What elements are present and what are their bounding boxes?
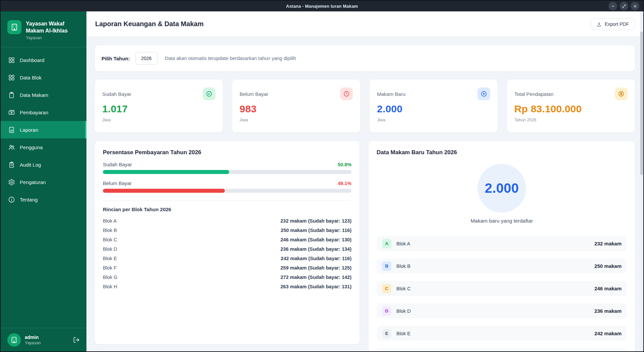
building-icon xyxy=(10,336,18,344)
blok-row: Blok C 246 makam (Sudah bayar: 130) xyxy=(103,235,351,244)
progress-row-sudah-bayar: Sudah Bayar 50.8% xyxy=(103,162,351,174)
progress-fill xyxy=(103,189,225,193)
sidebar-item-data-makam[interactable]: Data Makam xyxy=(1,86,86,104)
document-chart-icon xyxy=(8,126,15,133)
grave-row-partial xyxy=(377,348,627,351)
export-pdf-button[interactable]: Export PDF xyxy=(591,18,635,30)
sidebar-item-tentang[interactable]: Tentang xyxy=(1,191,86,208)
gear-icon xyxy=(8,179,15,186)
stat-card-makam-baru: Makam Baru 2.000 Jiwa xyxy=(369,79,498,133)
total-subtitle: Makam baru yang terdaftar xyxy=(470,218,533,224)
user-info: admin Yayasan xyxy=(25,335,41,345)
sidebar-user: admin Yayasan xyxy=(1,328,86,351)
blok-label: Blok E xyxy=(103,256,117,261)
grave-label: Blok C xyxy=(396,286,411,291)
logout-button[interactable] xyxy=(73,337,80,343)
download-icon xyxy=(596,21,602,27)
grave-value: 232 makam xyxy=(594,241,622,246)
year-select-value: 2026 xyxy=(141,56,151,61)
sidebar-item-audit-log[interactable]: Audit Log xyxy=(1,156,86,173)
stat-value: 983 xyxy=(240,103,353,115)
sidebar-item-pembayaran[interactable]: Pembayaran xyxy=(1,104,86,121)
progress-row-belum-bayar: Belum Bayar 49.1% xyxy=(103,180,351,193)
sidebar-nav: Dashboard Data Blok Data Makam Pembayara… xyxy=(1,47,86,328)
restore-button[interactable] xyxy=(620,2,628,10)
blok-row: Blok A 232 makam (Sudah bayar: 123) xyxy=(103,216,351,226)
report-panels: Persentase Pembayaran Tahun 2026 Sudah B… xyxy=(94,141,635,351)
progress-track xyxy=(103,189,351,193)
minimize-button[interactable] xyxy=(608,2,617,10)
grave-value: 236 makam xyxy=(594,308,622,314)
scrollbar-track xyxy=(640,11,643,351)
stat-sub: Jiwa xyxy=(102,118,215,122)
grave-row: C Blok C 246 makam xyxy=(377,281,627,296)
sidebar-item-data-blok[interactable]: Data Blok xyxy=(1,69,86,86)
grave-row: D Blok D 236 makam xyxy=(377,303,627,318)
stat-label: Sudah Bayar xyxy=(102,91,131,97)
stat-card-sudah-bayar: Sudah Bayar 1.017 Jiwa xyxy=(94,79,223,133)
progress-label: Belum Bayar xyxy=(103,180,132,186)
progress-label: Sudah Bayar xyxy=(103,162,132,167)
users-icon xyxy=(8,144,15,151)
org-type: Yayasan xyxy=(26,36,76,40)
window-title: Astana - Manajemen Iuran Makam xyxy=(286,4,358,9)
stat-sub: Jiwa xyxy=(377,118,490,122)
sidebar-item-label: Pengguna xyxy=(20,144,43,150)
check-circle-icon xyxy=(203,87,215,100)
sidebar-item-label: Laporan xyxy=(20,127,38,133)
year-filter-label: Pilih Tahun: xyxy=(102,56,130,61)
breakdown-title: Rincian per Blok Tahun 2026 xyxy=(103,207,351,212)
scrollbar-thumb[interactable] xyxy=(640,32,643,175)
blok-value: 272 makam (Sudah bayar: 142) xyxy=(280,275,351,280)
sidebar-item-laporan[interactable]: Laporan xyxy=(1,121,86,138)
sidebar-header: Yayasan Wakaf Makam Al-Ikhlas Yayasan xyxy=(1,11,86,47)
sidebar-item-label: Dashboard xyxy=(20,57,44,63)
year-filter-card: Pilih Tahun: 2026 Data akan otomatis ter… xyxy=(94,45,635,72)
new-graves-summary: 2.000 Makam baru yang terdaftar xyxy=(377,164,627,224)
user-name: admin xyxy=(25,335,41,340)
blok-value: 263 makam (Sudah bayar: 131) xyxy=(280,284,351,289)
grave-row: E Blok E 242 makam xyxy=(377,326,627,341)
sidebar-item-label: Data Makam xyxy=(20,92,48,98)
export-pdf-label: Export PDF xyxy=(605,21,629,27)
total-circle: 2.000 xyxy=(477,164,526,213)
blok-badge: E xyxy=(382,329,391,338)
user-avatar xyxy=(7,333,21,347)
blok-row: Blok H 263 makam (Sudah bayar: 131) xyxy=(103,282,351,291)
year-select[interactable]: 2026 xyxy=(135,52,157,65)
sidebar-item-dashboard[interactable]: Dashboard xyxy=(1,51,86,69)
divider xyxy=(103,200,351,201)
blok-value: 232 makam (Sudah bayar: 123) xyxy=(280,218,351,224)
sidebar-item-pengguna[interactable]: Pengguna xyxy=(1,138,86,156)
sidebar-item-label: Tentang xyxy=(20,197,38,202)
sidebar-item-pengaturan[interactable]: Pengaturan xyxy=(1,173,86,191)
new-graves-panel-title: Data Makam Baru Tahun 2026 xyxy=(377,149,627,156)
stat-label: Total Pendapatan xyxy=(514,91,554,97)
banknote-icon xyxy=(8,109,15,116)
progress-track xyxy=(103,170,351,174)
stat-sub: Jiwa xyxy=(240,118,353,122)
stat-value: Rp 83.100.000 xyxy=(514,103,628,115)
blok-label: Blok C xyxy=(103,237,117,242)
blok-row: Blok G 272 makam (Sudah bayar: 142) xyxy=(103,273,351,282)
user-role: Yayasan xyxy=(25,341,41,345)
grave-row: B Blok B 250 makam xyxy=(377,258,627,274)
stat-value: 2.000 xyxy=(377,103,490,115)
progress-percentage: 50.8% xyxy=(338,162,351,167)
restore-icon xyxy=(622,4,626,8)
minimize-icon xyxy=(611,4,615,8)
close-button[interactable] xyxy=(631,2,639,10)
blok-value: 250 makam (Sudah bayar: 116) xyxy=(281,228,351,233)
stat-sub: Tahun 2026 xyxy=(514,118,628,122)
org-name: Yayasan Wakaf Makam Al-Ikhlas xyxy=(26,20,76,34)
dollar-circle-icon xyxy=(615,87,628,100)
blok-row: Blok B 250 makam (Sudah bayar: 116) xyxy=(103,226,351,235)
total-new-graves: 2.000 xyxy=(485,181,519,196)
close-icon xyxy=(633,4,637,8)
blok-badge: C xyxy=(382,284,391,293)
building-icon xyxy=(10,23,18,31)
blok-badge: B xyxy=(382,261,391,271)
blok-label: Blok H xyxy=(103,284,117,289)
logout-icon xyxy=(73,337,80,343)
org-info: Yayasan Wakaf Makam Al-Ikhlas Yayasan xyxy=(26,20,76,40)
